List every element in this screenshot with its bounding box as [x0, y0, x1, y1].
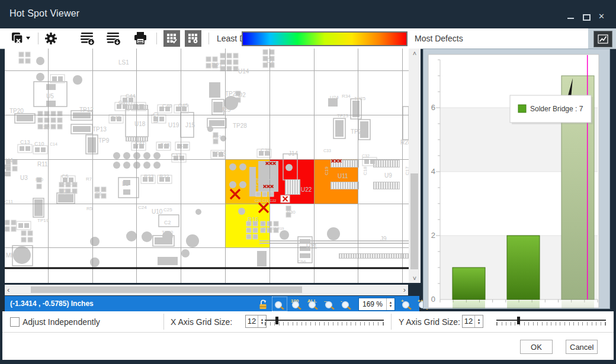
svg-text:J9: J9	[380, 236, 387, 242]
svg-text:R5: R5	[86, 206, 93, 211]
grid-apply-button[interactable]	[163, 30, 180, 47]
svg-text:R16: R16	[248, 217, 259, 223]
svg-text:R6: R6	[95, 191, 102, 197]
defect-chart-panel: 0246Solder Bridge : 7	[423, 49, 610, 309]
svg-text:U1: U1	[59, 188, 67, 195]
svg-text:TP19: TP19	[37, 218, 49, 223]
horizontal-scroll-thumb[interactable]	[31, 286, 302, 293]
svg-text:C41: C41	[135, 140, 145, 146]
scroll-up-icon[interactable]: ˄	[409, 50, 421, 57]
svg-text:R30: R30	[287, 210, 296, 215]
x-slider-thumb[interactable]	[275, 317, 278, 324]
x-axis-grid-size-value: 12	[246, 315, 258, 327]
svg-text:4: 4	[431, 167, 435, 176]
zoom-all-button[interactable]: ALL	[306, 297, 320, 311]
close-button[interactable]: ✕	[598, 13, 608, 20]
scroll-left-icon[interactable]: ‹	[7, 285, 9, 294]
window-title: Hot Spot Viewer	[9, 8, 79, 19]
grid-settings-button[interactable]	[185, 30, 201, 47]
export-data-button-2[interactable]	[105, 30, 122, 47]
svg-text:U20: U20	[153, 112, 159, 123]
svg-text:R21: R21	[211, 62, 223, 69]
zoom-out-fast-button[interactable]: --	[323, 297, 337, 311]
bar-cell-2	[507, 236, 540, 299]
svg-text:C20 C21 C22: C20 C21 C22	[255, 199, 277, 202]
zoom-out-button[interactable]: -	[339, 297, 354, 311]
tooltip-label: Solder Bridge : 7	[530, 105, 583, 113]
minimize-button[interactable]	[567, 13, 577, 20]
svg-text:C15: C15	[39, 124, 49, 130]
svg-text:C56: C56	[297, 259, 306, 265]
svg-text:J15: J15	[185, 122, 195, 128]
svg-text:C10: C10	[34, 141, 44, 147]
svg-text:C44: C44	[126, 93, 136, 99]
svg-text:C32: C32	[362, 154, 370, 158]
copy-defects-button[interactable]	[11, 30, 31, 47]
print-button[interactable]	[133, 30, 148, 47]
svg-text:U22: U22	[301, 186, 312, 193]
most-defects-label: Most Defects	[415, 34, 463, 43]
zoom-100-button[interactable]: 100	[290, 297, 304, 311]
adjust-independently-checkbox[interactable]	[10, 317, 20, 327]
svg-text:R22: R22	[159, 173, 169, 179]
svg-text:R34: R34	[342, 94, 351, 99]
zoom-lock-icon[interactable]	[258, 298, 270, 311]
gear-icon	[44, 31, 58, 46]
slider-track	[265, 320, 384, 321]
toolbar-separator	[38, 33, 38, 44]
svg-text:TP13: TP13	[92, 126, 107, 133]
svg-text:TP30: TP30	[162, 230, 174, 235]
ok-button[interactable]: OK	[520, 340, 553, 354]
svg-text:TP28: TP28	[233, 123, 247, 129]
svg-text:C48: C48	[111, 115, 121, 121]
chart-tooltip: Solder Bridge : 7	[510, 95, 593, 124]
svg-text:2: 2	[431, 231, 435, 240]
pcb-hotspot-view[interactable]: LS1R21U14D1TP24D2U25TP28R27TP33C35J14U24…	[5, 49, 409, 283]
y-axis-grid-size-label: Y Axis Grid Size:	[399, 317, 460, 327]
toolbar-right-strip	[588, 28, 616, 49]
svg-text:U14: U14	[238, 68, 249, 75]
y-slider-thumb[interactable]	[517, 317, 520, 324]
pcb-canvas[interactable]: LS1R21U14D1TP24D2U25TP28R27TP33C35J14U24…	[5, 49, 409, 283]
scroll-right-icon[interactable]: ›	[403, 285, 406, 294]
svg-text:R27: R27	[213, 134, 222, 140]
horizontal-scrollbar[interactable]: ‹ ›	[5, 285, 408, 295]
scroll-down-icon[interactable]: ˅	[409, 275, 421, 282]
spinner-arrows-icon[interactable]: ▴▾	[386, 298, 394, 310]
spinner-arrows-icon[interactable]: ▴▾	[474, 315, 483, 327]
svg-text:0: 0	[431, 295, 435, 304]
x-axis-grid-size-spinner[interactable]: 12 ▴▾	[245, 315, 267, 328]
legend-swatch	[518, 105, 526, 112]
y-axis-grid-size-slider[interactable]	[496, 316, 606, 328]
toggle-chart-button[interactable]	[593, 31, 612, 47]
svg-text:C35: C35	[261, 147, 271, 153]
vertical-scroll-thumb[interactable]	[410, 173, 418, 269]
svg-text:D2: D2	[238, 92, 246, 98]
statusbar: (-1.3414 , -0.5785) Inches 100ALL---169 …	[5, 296, 419, 312]
defect-color-gradient	[242, 31, 408, 46]
svg-text:R28: R28	[400, 139, 409, 146]
zoom-in-button[interactable]: +	[400, 297, 414, 311]
svg-text:C48: C48	[160, 142, 170, 148]
x-axis-grid-size-slider[interactable]	[265, 316, 384, 328]
titlebar[interactable]: Hot Spot Viewer ✕	[0, 0, 616, 28]
export-list-icon	[105, 31, 122, 46]
zoom-percent-spinner[interactable]: 169 %▴▾	[358, 298, 395, 311]
toolbar-separator	[156, 33, 157, 44]
slider-ticks	[265, 322, 384, 326]
maximize-button[interactable]	[583, 13, 592, 20]
svg-text:U3: U3	[20, 175, 28, 181]
settings-button[interactable]	[44, 30, 58, 47]
zoom-region-button[interactable]	[272, 297, 287, 311]
defect-bar-chart[interactable]: 0246Solder Bridge : 7	[424, 49, 609, 308]
y-axis-grid-size-spinner[interactable]: 12 ▴▾	[462, 315, 483, 328]
svg-text:TP9: TP9	[98, 137, 110, 144]
svg-text:TP25: TP25	[354, 96, 366, 101]
vertical-scrollbar[interactable]: ˄ ˅	[409, 49, 421, 283]
svg-text:TP12: TP12	[79, 107, 94, 113]
cancel-button[interactable]: Cancel	[566, 340, 598, 354]
svg-text:TP23: TP23	[337, 113, 349, 118]
copy-defects-icon	[11, 31, 31, 46]
export-data-button-1[interactable]	[79, 30, 96, 47]
slider-track	[496, 320, 606, 321]
